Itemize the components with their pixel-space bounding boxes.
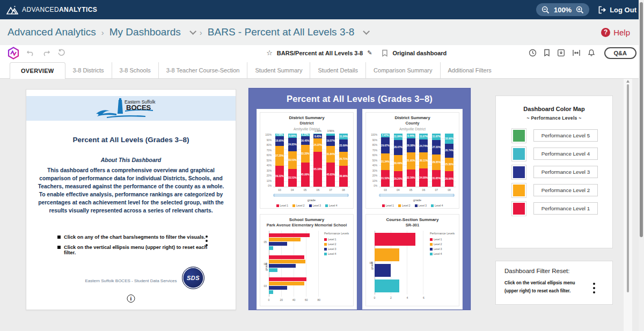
- bar-segment-level-4[interactable]: 11.24%: [339, 134, 348, 139]
- breadcrumb-home[interactable]: Advanced Analytics: [8, 26, 96, 38]
- level-5-swatch[interactable]: [513, 130, 525, 142]
- bar-level-3[interactable]: [375, 264, 391, 277]
- stacked-bar-03[interactable]: 39.22%37.25%18.95%4.58%: [275, 134, 284, 187]
- bar-level-2[interactable]: [269, 238, 301, 241]
- stacked-bar-05[interactable]: 45.00%33.33%16.45%5.22%: [301, 134, 310, 187]
- bar-level-4[interactable]: [269, 246, 273, 250]
- bar-segment-level-3[interactable]: 26.74%: [445, 144, 453, 158]
- level-4-label[interactable]: Performance Level 4: [533, 148, 598, 160]
- breadcrumb-my-dashboards[interactable]: My Dashboards: [109, 26, 181, 38]
- inner-scrollbar[interactable]: [624, 79, 632, 331]
- bar-segment-level-3[interactable]: 8.45%: [313, 134, 322, 138]
- stacked-bar-06[interactable]: 34.08%30.11%24.74%11.07%: [419, 134, 428, 187]
- stacked-bar-04[interactable]: 33.53%33.53%24.85%8.09%: [288, 134, 297, 187]
- stacked-bar-08[interactable]: 29.06%25.30%26.74%18.90%: [445, 134, 453, 187]
- bar-segment-level-4[interactable]: 18.90%: [445, 134, 453, 144]
- level-3-label[interactable]: Performance Level 3: [533, 166, 598, 178]
- bar-segment-level-3[interactable]: 19.57%: [326, 136, 335, 146]
- bar-segment-level-2[interactable]: 29.35%: [432, 155, 441, 170]
- stacked-bar-07[interactable]: 45.03%31.84%19.57%3.56%: [326, 134, 335, 187]
- bar-segment-level-2[interactable]: 33.53%: [288, 151, 297, 169]
- level-3-swatch[interactable]: [513, 166, 525, 178]
- stacked-bar-06[interactable]: 65.18%25.37%8.45%1.00%: [313, 134, 322, 187]
- bar-segment-level-1[interactable]: 39.22%: [275, 166, 284, 187]
- bar-segment-level-4[interactable]: 8.09%: [288, 134, 297, 138]
- bar-level-4[interactable]: [269, 290, 273, 294]
- level-4-swatch[interactable]: [513, 148, 525, 160]
- bar-level-1[interactable]: [269, 233, 310, 237]
- bar-segment-level-1[interactable]: 31.65%: [432, 170, 441, 187]
- tab-3-8-teacher-course-section[interactable]: 3-8 Teacher Course-Section: [159, 62, 248, 78]
- bar-segment-level-2[interactable]: 25.30%: [445, 158, 453, 171]
- tab-comparison-summary[interactable]: Comparison Summary: [366, 62, 440, 78]
- tab-student-details[interactable]: Student Details: [310, 62, 366, 78]
- bar-segment-level-1[interactable]: 45.03%: [326, 163, 335, 187]
- bar-level-4[interactable]: [375, 279, 399, 292]
- zoom-in-icon[interactable]: [576, 6, 584, 14]
- tab-3-8-schools[interactable]: 3-8 Schools: [112, 62, 159, 78]
- chevron-down-icon[interactable]: [189, 28, 196, 35]
- bar-level-4[interactable]: [269, 268, 277, 272]
- download-icon[interactable]: [557, 49, 565, 57]
- ellipsis-menu-icon[interactable]: [206, 236, 208, 246]
- bar-segment-level-4[interactable]: 11.67%: [432, 134, 441, 140]
- axis-zoom-slider[interactable]: [273, 194, 349, 197]
- bar-segment-level-4[interactable]: 7.47%: [381, 134, 390, 137]
- info-icon[interactable]: i: [127, 295, 135, 303]
- stacked-bar-03[interactable]: 31.52%31.34%29.67%7.47%: [381, 134, 390, 187]
- bar-segment-level-1[interactable]: 29.06%: [445, 171, 453, 187]
- chevron-down-icon[interactable]: [363, 28, 370, 35]
- bar-segment-level-3[interactable]: 29.67%: [381, 137, 390, 153]
- history-clock-icon[interactable]: [529, 49, 537, 57]
- notifications-bell-icon[interactable]: [588, 49, 595, 57]
- bar-segment-level-2[interactable]: 37.25%: [275, 146, 284, 166]
- level-1-label[interactable]: Performance Level 1: [533, 202, 598, 215]
- bar-segment-level-4[interactable]: 9.44%: [407, 134, 415, 138]
- bar-level-3[interactable]: [269, 242, 287, 246]
- bar-segment-level-1[interactable]: 65.18%: [313, 152, 322, 187]
- bar-segment-level-2[interactable]: 30.49%: [394, 155, 402, 171]
- bar-segment-level-2[interactable]: 31.91%: [407, 152, 415, 170]
- bar-segment-level-1[interactable]: 29.20%: [394, 171, 402, 187]
- level-1-swatch[interactable]: [513, 203, 525, 215]
- help-button[interactable]: ? Help: [601, 28, 630, 37]
- level-2-label[interactable]: Performance Level 2: [533, 184, 598, 196]
- bar-segment-level-2[interactable]: 31.34%: [381, 153, 390, 170]
- bar-segment-level-3[interactable]: 16.45%: [301, 136, 310, 145]
- bar-segment-level-2[interactable]: 33.33%: [301, 145, 310, 163]
- bar-level-2[interactable]: [269, 282, 304, 285]
- tab-3-8-districts[interactable]: 3-8 Districts: [65, 62, 112, 78]
- bar-segment-level-3[interactable]: 26.08%: [407, 138, 415, 152]
- breadcrumb-current-dashboard[interactable]: BARS - Percent at All Levels 3-8: [208, 26, 355, 38]
- favorite-star-icon[interactable]: ☆: [266, 49, 273, 57]
- qa-button[interactable]: Q&A: [604, 47, 636, 59]
- bar-segment-level-4[interactable]: 11.07%: [419, 134, 428, 139]
- bar-segment-level-3[interactable]: 27.33%: [432, 140, 441, 155]
- stacked-bar-07[interactable]: 31.65%29.35%27.33%11.67%: [432, 134, 441, 187]
- bar-segment-level-4[interactable]: 11.84%: [394, 134, 402, 140]
- bar-level-3[interactable]: [269, 264, 296, 268]
- page-scrollbar-thumb[interactable]: [640, 2, 643, 237]
- ellipsis-menu-icon[interactable]: [593, 283, 595, 293]
- bar-segment-level-1[interactable]: 31.52%: [381, 170, 390, 187]
- redo-icon[interactable]: [42, 49, 50, 56]
- bar-level-2[interactable]: [269, 260, 305, 263]
- undo-icon[interactable]: [26, 49, 35, 56]
- logout-button[interactable]: Log Out: [598, 6, 636, 14]
- axis-zoom-slider[interactable]: [379, 194, 455, 197]
- bar-segment-level-2[interactable]: 30.11%: [419, 152, 428, 168]
- bar-segment-level-3[interactable]: 24.74%: [419, 139, 428, 152]
- bar-segment-level-3[interactable]: 23.09%: [339, 139, 348, 152]
- bar-segment-level-1[interactable]: 33.53%: [288, 169, 297, 187]
- fit-to-width-icon[interactable]: [572, 49, 581, 57]
- stacked-bar-04[interactable]: 29.20%30.49%28.47%11.84%: [394, 134, 402, 187]
- bar-level-1[interactable]: [269, 255, 304, 259]
- bar-level-1[interactable]: [269, 277, 306, 281]
- bar-segment-level-1[interactable]: 34.08%: [419, 168, 428, 187]
- bar-segment-level-2[interactable]: 26.71%: [339, 152, 348, 166]
- bar-segment-level-2[interactable]: 31.84%: [326, 146, 335, 163]
- level-2-swatch[interactable]: [513, 185, 525, 196]
- reset-icon[interactable]: [57, 49, 65, 57]
- bar-segment-level-3[interactable]: 24.85%: [288, 138, 297, 151]
- bar-level-2[interactable]: [375, 248, 399, 261]
